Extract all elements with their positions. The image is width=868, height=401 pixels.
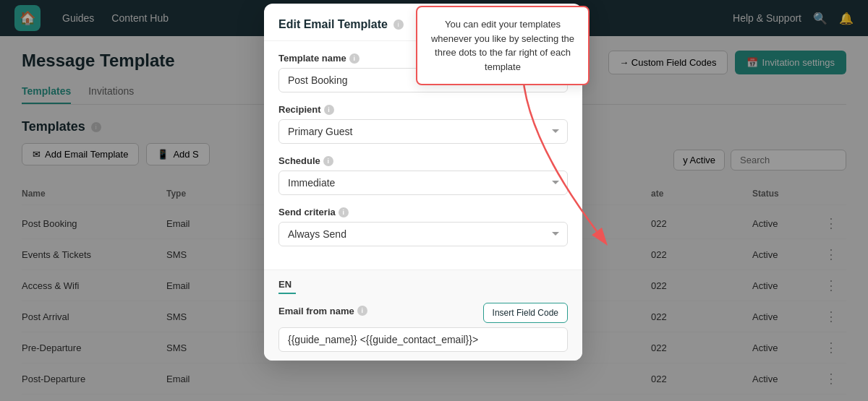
- schedule-label: Schedule i: [278, 155, 568, 166]
- send-criteria-info-icon[interactable]: i: [339, 207, 349, 217]
- email-from-name-input[interactable]: [278, 327, 568, 352]
- recipient-info-icon[interactable]: i: [324, 105, 334, 115]
- template-name-info-icon[interactable]: i: [349, 53, 359, 64]
- insert-field-code-button[interactable]: Insert Field Code: [483, 303, 568, 323]
- tooltip-text: You can edit your templates whenever you…: [431, 19, 574, 72]
- recipient-label: Recipient i: [278, 104, 568, 115]
- tooltip-popup: You can edit your templates whenever you…: [416, 6, 590, 85]
- recipient-group: Recipient i Primary GuestAll GuestsOwner: [278, 104, 568, 144]
- email-from-name-label: Email from name i: [278, 306, 367, 316]
- send-criteria-select[interactable]: Always SendOnly if confirmedOnly if not …: [278, 222, 568, 246]
- schedule-info-icon[interactable]: i: [323, 156, 333, 166]
- en-section: EN Email from name i Insert Field Code: [264, 270, 582, 361]
- schedule-select[interactable]: Immediate24 hours before24 hours after: [278, 171, 568, 195]
- email-from-row: Email from name i Insert Field Code: [278, 303, 568, 323]
- email-from-info-icon[interactable]: i: [357, 306, 367, 316]
- en-underline: [278, 293, 296, 294]
- recipient-select[interactable]: Primary GuestAll GuestsOwner: [278, 119, 568, 144]
- en-label: EN: [278, 279, 568, 290]
- schedule-group: Schedule i Immediate24 hours before24 ho…: [278, 155, 568, 195]
- send-criteria-label: Send criteria i: [278, 207, 568, 217]
- modal-title: Edit Email Template: [278, 18, 388, 31]
- send-criteria-group: Send criteria i Always SendOnly if confi…: [278, 207, 568, 246]
- modal-title-info-icon[interactable]: i: [393, 20, 404, 30]
